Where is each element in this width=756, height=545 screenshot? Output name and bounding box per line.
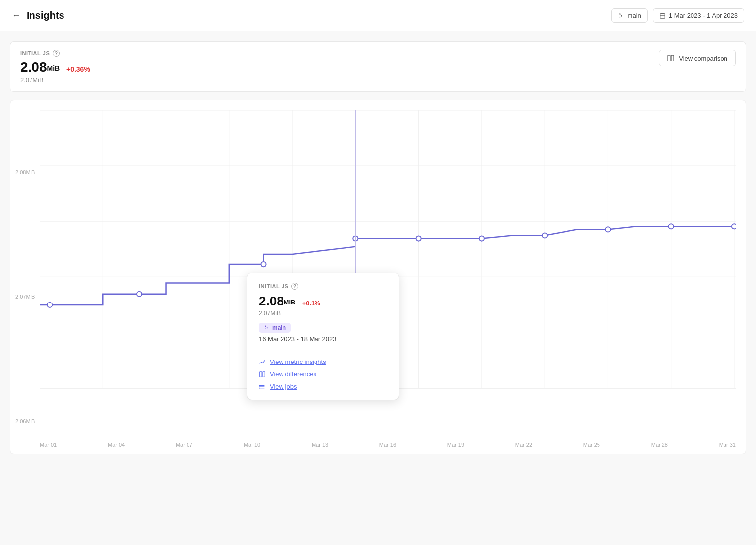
metric-change: +0.36% <box>66 65 90 73</box>
metric-help-icon[interactable]: ? <box>53 50 60 57</box>
tooltip-value: 2.08MiB <box>259 294 299 308</box>
chart-container: 2.08MiB 2.07MiB 2.06MiB <box>10 100 746 454</box>
svg-point-37 <box>259 385 260 386</box>
view-differences-link[interactable]: View differences <box>259 370 387 378</box>
branch-icon <box>618 12 625 19</box>
x-label-mar16: Mar 16 <box>379 442 396 448</box>
x-label-mar28: Mar 28 <box>651 442 668 448</box>
x-label-mar10: Mar 10 <box>244 442 260 448</box>
svg-point-23 <box>261 262 266 267</box>
chart-tooltip: INITIAL JS ? 2.08MiB +0.1% 2.07MiB main … <box>247 272 399 400</box>
header-left: ← Insights <box>12 10 64 21</box>
y-label-bottom: 2.06MiB <box>15 418 35 424</box>
y-axis: 2.08MiB 2.07MiB 2.06MiB <box>15 110 35 424</box>
metric-main-value: 2.08MiB <box>20 60 63 75</box>
x-axis: Mar 01 Mar 04 Mar 07 Mar 10 Mar 13 Mar 1… <box>40 442 736 448</box>
x-label-mar01: Mar 01 <box>40 442 57 448</box>
tooltip-help-icon[interactable]: ? <box>291 283 298 290</box>
view-comparison-button[interactable]: View comparison <box>659 50 736 66</box>
svg-point-30 <box>732 224 736 229</box>
x-label-mar07: Mar 07 <box>176 442 192 448</box>
tooltip-date: 16 Mar 2023 - 18 Mar 2023 <box>259 335 387 343</box>
x-label-mar25: Mar 25 <box>583 442 600 448</box>
metric-label: INITIAL JS ? <box>20 50 90 57</box>
tooltip-label: INITIAL JS ? <box>259 283 387 290</box>
calendar-icon <box>659 12 666 19</box>
y-label-4: 2.07MiB <box>15 294 35 300</box>
metric-value-row: 2.08MiB +0.36% <box>20 60 90 75</box>
jobs-icon <box>259 383 266 390</box>
x-label-mar04: Mar 04 <box>108 442 125 448</box>
date-range-selector[interactable]: 1 Mar 2023 - 1 Apr 2023 <box>653 8 744 23</box>
svg-point-21 <box>47 303 52 307</box>
svg-rect-33 <box>263 371 265 377</box>
back-button[interactable]: ← <box>12 10 21 21</box>
x-label-mar13: Mar 13 <box>312 442 328 448</box>
metric-card: INITIAL JS ? 2.08MiB +0.36% 2.07MiB View… <box>10 41 746 92</box>
svg-rect-1 <box>668 55 670 61</box>
svg-point-29 <box>669 224 674 229</box>
tooltip-prev: 2.07MiB <box>259 310 387 317</box>
metric-info: INITIAL JS ? 2.08MiB +0.36% 2.07MiB <box>20 50 90 84</box>
svg-point-27 <box>542 233 547 238</box>
date-range-label: 1 Mar 2023 - 1 Apr 2023 <box>669 12 738 19</box>
svg-point-28 <box>605 227 610 232</box>
svg-rect-32 <box>260 371 262 377</box>
chart-inner: 2.08MiB 2.07MiB 2.06MiB <box>10 110 746 454</box>
x-label-mar31: Mar 31 <box>719 442 736 448</box>
tooltip-change: +0.1% <box>302 300 320 307</box>
svg-point-22 <box>137 292 142 297</box>
insights-icon <box>259 359 266 365</box>
svg-point-39 <box>259 387 260 388</box>
y-label-2: 2.08MiB <box>15 169 35 175</box>
view-metric-insights-link[interactable]: View metric insights <box>259 358 387 365</box>
differences-icon <box>259 371 266 378</box>
branch-label: main <box>628 12 641 19</box>
page-title: Insights <box>27 10 64 21</box>
svg-rect-2 <box>671 55 674 61</box>
tooltip-branch: main <box>259 323 291 333</box>
branch-icon-small <box>264 325 270 331</box>
svg-point-25 <box>416 236 421 241</box>
x-label-mar19: Mar 19 <box>447 442 464 448</box>
branch-selector[interactable]: main <box>611 8 648 23</box>
metric-prev-value: 2.07MiB <box>20 76 90 84</box>
header: ← Insights main 1 Mar 2023 - 1 Apr 2023 <box>0 0 756 31</box>
view-jobs-link[interactable]: View jobs <box>259 383 387 390</box>
x-label-mar22: Mar 22 <box>515 442 532 448</box>
svg-rect-0 <box>660 13 665 18</box>
svg-point-26 <box>479 236 484 241</box>
tooltip-divider <box>259 351 387 351</box>
back-icon: ← <box>12 10 21 21</box>
tooltip-value-row: 2.08MiB +0.1% <box>259 294 387 309</box>
comparison-icon <box>667 54 675 62</box>
header-right: main 1 Mar 2023 - 1 Apr 2023 <box>611 8 744 23</box>
svg-point-38 <box>259 386 260 387</box>
